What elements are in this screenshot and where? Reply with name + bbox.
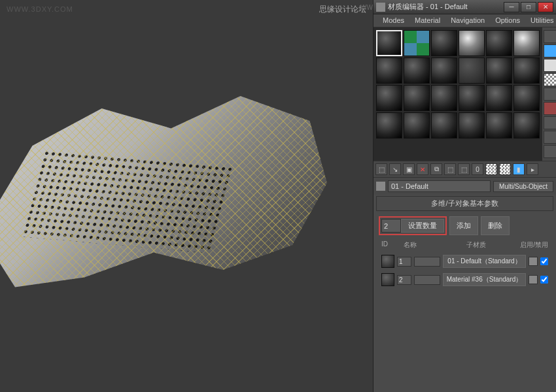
menu-options[interactable]: Options	[490, 14, 525, 27]
material-slot-10[interactable]	[459, 57, 485, 84]
show-end-result-icon[interactable]	[499, 163, 511, 175]
make-unique-icon[interactable]: ⬚	[444, 163, 456, 175]
material-slot-7[interactable]	[376, 57, 402, 84]
side-toolbar	[542, 27, 556, 161]
put-to-scene-icon[interactable]: ↘	[389, 163, 401, 175]
material-slot-20[interactable]	[404, 112, 430, 139]
material-slot-6[interactable]	[513, 30, 540, 56]
menu-modes[interactable]: Modes	[377, 14, 409, 27]
row-id-input[interactable]	[397, 257, 411, 267]
menu-material[interactable]: Material	[409, 14, 445, 27]
delete-button[interactable]: 删除	[481, 216, 510, 235]
maximize-button[interactable]: □	[521, 2, 536, 12]
material-slot-1[interactable]	[376, 30, 402, 56]
menu-navigation[interactable]: Navigation	[445, 14, 490, 27]
row-color-swatch[interactable]	[529, 275, 538, 284]
sample-uv-icon[interactable]	[544, 73, 556, 86]
app-icon	[376, 3, 385, 12]
pick-material-icon[interactable]	[376, 182, 385, 191]
material-editor-window: 材质编辑器 - 01 - Default ─ □ ✕ Modes Materia…	[373, 0, 556, 392]
row-enable-checkbox[interactable]	[540, 257, 548, 265]
row-name-input[interactable]	[414, 257, 440, 267]
material-name-input[interactable]	[388, 180, 491, 192]
material-slot-12[interactable]	[513, 57, 540, 84]
highlight-set-number: 设置数量	[379, 216, 447, 235]
minimize-button[interactable]: ─	[504, 2, 519, 12]
assign-to-selection-icon[interactable]: ▣	[403, 163, 415, 175]
show-map-icon[interactable]	[485, 163, 497, 175]
get-material-icon[interactable]: ⬚	[375, 163, 387, 175]
row-material-button[interactable]: 01 - Default（Standard）	[443, 255, 526, 268]
titlebar[interactable]: 材质编辑器 - 01 - Default ─ □ ✕	[374, 0, 556, 14]
sub-material-list-header: ID 名称 子材质 启用/禁用	[379, 239, 551, 251]
rollout-header[interactable]: 多维/子对象基本参数	[376, 196, 553, 211]
material-slot-18[interactable]	[513, 85, 540, 111]
material-slot-4[interactable]	[459, 30, 485, 56]
menu-utilities[interactable]: Utilities	[525, 14, 556, 27]
put-to-library-icon[interactable]: ⬚	[458, 163, 470, 175]
material-sample-grid	[374, 27, 542, 161]
header-submaterial: 子材质	[439, 240, 513, 250]
material-slot-3[interactable]	[431, 30, 457, 56]
material-type-button[interactable]: Multi/Sub-Object	[493, 181, 553, 192]
make-preview-icon[interactable]	[544, 102, 556, 115]
material-slot-16[interactable]	[459, 85, 485, 111]
video-color-icon[interactable]	[544, 88, 556, 101]
material-map-navigator-icon[interactable]	[544, 145, 556, 158]
viewport[interactable]: WWW.3DXY.COM	[0, 0, 373, 392]
mesh-object[interactable]	[0, 59, 327, 307]
material-slot-24[interactable]	[513, 112, 540, 139]
material-slot-15[interactable]	[431, 85, 457, 111]
material-name-row: Multi/Sub-Object	[374, 178, 556, 195]
material-slot-13[interactable]	[376, 85, 402, 111]
go-to-parent-icon[interactable]: ▮	[513, 163, 525, 175]
select-by-material-icon[interactable]	[544, 131, 556, 144]
window-title: 材质编辑器 - 01 - Default	[388, 2, 504, 12]
material-slot-11[interactable]	[486, 57, 512, 84]
material-slot-14[interactable]	[404, 85, 430, 111]
sub-material-row: Material #36（Standard）	[379, 272, 551, 287]
material-slot-9[interactable]	[431, 57, 457, 84]
material-slot-5[interactable]	[486, 30, 512, 56]
material-id-icon[interactable]: 0	[472, 163, 483, 175]
header-id: ID	[381, 240, 401, 250]
row-enable-checkbox[interactable]	[540, 276, 548, 284]
row-name-input[interactable]	[414, 275, 440, 285]
row-preview-icon[interactable]	[381, 255, 394, 268]
background-icon[interactable]	[544, 59, 556, 72]
material-slot-22[interactable]	[459, 112, 485, 139]
watermark-topleft: WWW.3DXY.COM	[7, 5, 73, 13]
material-slot-17[interactable]	[486, 85, 512, 111]
options-icon[interactable]	[544, 116, 556, 129]
count-input[interactable]	[381, 219, 401, 233]
material-slot-2[interactable]	[404, 30, 430, 56]
material-slot-21[interactable]	[431, 112, 457, 139]
header-name: 名称	[404, 240, 436, 250]
backlight-icon[interactable]	[544, 44, 556, 57]
sub-material-row: 01 - Default（Standard）	[379, 253, 551, 269]
horizontal-toolbar: ⬚ ↘ ▣ ✕ ⧉ ⬚ ⬚ 0 ▮ ▸	[374, 161, 556, 178]
reset-map-icon[interactable]: ✕	[417, 163, 428, 175]
material-slot-19[interactable]	[376, 112, 402, 139]
rollout-body: 设置数量 添加 删除 ID 名称 子材质 启用/禁用 01 - Default（…	[374, 212, 556, 291]
row-preview-icon[interactable]	[381, 273, 394, 286]
add-button[interactable]: 添加	[449, 216, 478, 235]
menubar: Modes Material Navigation Options Utilit…	[374, 14, 556, 27]
row-color-swatch[interactable]	[529, 257, 538, 266]
sample-type-icon[interactable]	[544, 30, 556, 43]
row-material-button[interactable]: Material #36（Standard）	[443, 273, 526, 286]
close-button[interactable]: ✕	[538, 2, 553, 12]
row-id-input[interactable]	[397, 275, 411, 285]
make-copy-icon[interactable]: ⧉	[430, 163, 442, 175]
watermark-topright: 思缘设计论坛	[319, 4, 366, 15]
go-forward-icon[interactable]: ▸	[527, 163, 538, 175]
material-slot-23[interactable]	[486, 112, 512, 139]
material-slot-8[interactable]	[404, 57, 430, 84]
set-number-button[interactable]: 设置数量	[401, 219, 444, 233]
header-enable: 启用/禁用	[515, 240, 548, 250]
